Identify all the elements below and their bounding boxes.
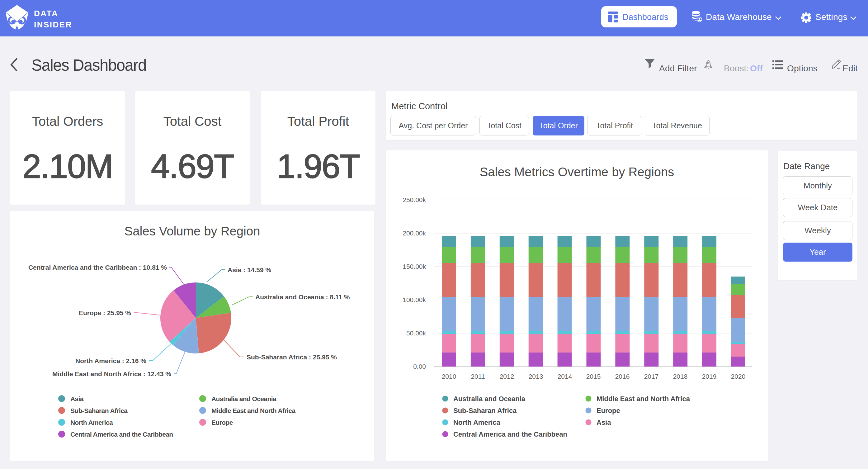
svg-text:50.00k: 50.00k	[406, 329, 426, 336]
svg-text:2012: 2012	[500, 373, 514, 380]
svg-text:2020: 2020	[731, 373, 746, 380]
svg-text:2010: 2010	[442, 373, 457, 380]
svg-text:North America: North America	[453, 418, 501, 426]
svg-text:Central America and the Caribb: Central America and the Caribbean	[453, 430, 567, 438]
svg-text:Middle East and North Africa: Middle East and North Africa	[596, 395, 690, 403]
svg-text:0.00: 0.00	[413, 363, 426, 370]
svg-text:Australia and Oceania: Australia and Oceania	[453, 395, 526, 403]
svg-text:100.00k: 100.00k	[403, 296, 426, 303]
svg-text:2013: 2013	[529, 373, 543, 380]
svg-text:250.00k: 250.00k	[403, 196, 426, 203]
svg-text:Sub-Saharan Africa: Sub-Saharan Africa	[453, 407, 517, 414]
svg-text:200.00k: 200.00k	[403, 230, 426, 237]
svg-text:Asia: Asia	[596, 418, 611, 426]
svg-text:2016: 2016	[615, 373, 630, 380]
svg-text:2019: 2019	[702, 373, 717, 380]
svg-text:Europe: Europe	[596, 407, 620, 414]
svg-text:2017: 2017	[644, 373, 659, 380]
svg-text:150.00k: 150.00k	[403, 263, 426, 270]
svg-text:2018: 2018	[673, 373, 688, 380]
svg-text:2014: 2014	[558, 373, 572, 380]
svg-text:2015: 2015	[586, 373, 601, 380]
svg-text:2011: 2011	[471, 373, 485, 380]
